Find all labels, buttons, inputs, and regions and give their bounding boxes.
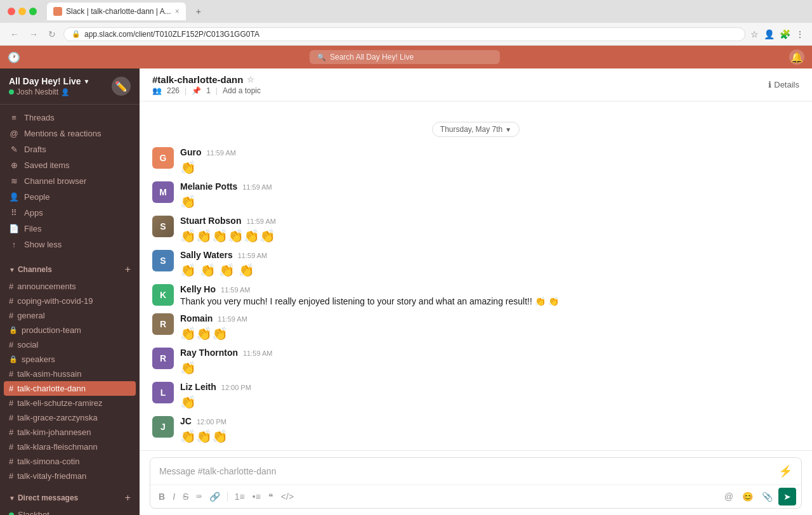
message-header-kelly: Kelly Ho 11:59 AM [180,284,799,294]
toolbar-list-unordered[interactable]: •≡ [249,489,264,504]
dm-label: Direct messages [18,493,78,502]
toolbar-code-block[interactable]: </> [278,489,297,504]
date-badge[interactable]: Thursday, May 7th ▼ [432,122,520,137]
channel-title: #talk-charlotte-dann ☆ [152,74,261,85]
channel-item-coping[interactable]: # coping-with-covid-19 [0,294,140,308]
address-text: app.slack.com/client/T010ZLF152P/C013G1G… [84,30,259,39]
message-placeholder: Message #talk-charlotte-dann [159,466,276,476]
channel-item-social[interactable]: # social [0,337,140,352]
bookmark-button[interactable]: ☆ [750,29,759,39]
nav-refresh-button[interactable]: ↻ [46,28,58,41]
send-button[interactable]: ➤ [778,488,796,505]
channel-item-talk-asim[interactable]: # talk-asim-hussain [0,367,140,381]
dot-yellow[interactable] [18,8,26,15]
channels-toggle-icon: ▼ [9,266,15,273]
channel-item-talk-vitaly[interactable]: # talk-vitaly-friedman [0,469,140,483]
message-time-romain: 11:59 AM [218,315,247,323]
avatar-romain: R [152,313,174,335]
profile-button[interactable]: 👤 [764,29,775,39]
menu-button[interactable]: ⋮ [796,29,804,39]
browser-tab[interactable]: Slack | talk-charlotte-dann | A... × [47,3,186,20]
channel-name-announcements: announcements [17,282,76,291]
workspace-chevron-icon: ▼ [84,78,90,85]
channel-name-talk-charlotte: talk-charlotte-dann [17,384,86,393]
dm-item-slackbot[interactable]: Slackbot [0,507,140,515]
input-lightning-icon[interactable]: ⚡ [778,464,792,478]
channel-item-talk-charlotte[interactable]: # talk-charlotte-dann [4,381,136,396]
tab-close-icon[interactable]: × [175,7,180,16]
slack-body: All Day Hey! Live ▼ Josh Nesbitt 👤 ✏️ ≡ … [0,68,812,515]
details-button[interactable]: ℹ Details [768,80,799,89]
channel-item-talk-eli[interactable]: # talk-eli-schutze-ramirez [0,396,140,410]
nav-back-button[interactable]: ← [8,28,22,41]
channel-name-talk-kim: talk-kim-johannesen [17,427,91,437]
message-author-liz: Liz Leith [180,382,216,392]
toolbar-at[interactable]: @ [721,489,737,504]
channel-item-talk-klara[interactable]: # talk-klara-fleischmann [0,440,140,454]
workspace-user: Josh Nesbitt 👤 [9,88,90,96]
message-text-stuart: 👏👏👏👏👏👏 [180,227,799,245]
sidebar-item-drafts[interactable]: ✎ Drafts [0,141,140,157]
message-input-field[interactable]: Message #talk-charlotte-dann ⚡ [150,458,801,485]
sidebar-item-mentions[interactable]: @ Mentions & reactions [0,126,140,141]
compose-button[interactable]: ✏️ [112,77,131,96]
channel-item-talk-simona[interactable]: # talk-simona-cotin [0,454,140,469]
toolbar-list-ordered[interactable]: 1≡ [232,489,248,504]
message-row-sally: S Sally Waters 11:59 AM 👏 👏 👏 👏 [152,250,799,279]
channel-item-announcements[interactable]: # announcements [0,279,140,294]
message-header-liz: Liz Leith 12:00 PM [180,382,799,392]
channel-item-production[interactable]: 🔒 production-team [0,323,140,337]
toolbar-bold[interactable]: B [155,489,168,504]
sidebar-item-people[interactable]: 👤 People [0,189,140,205]
sidebar-nav-label-people: People [24,192,49,202]
search-bar[interactable]: 🔍 Search All Day Hey! Live [310,50,500,64]
toolbar-attach[interactable]: 📎 [759,489,776,504]
dot-red[interactable] [8,8,15,15]
channel-item-talk-grace[interactable]: # talk-grace-zarczynska [0,410,140,425]
add-topic-button[interactable]: Add a topic [223,86,261,95]
sidebar-item-channel-browser[interactable]: ≋ Channel browser [0,173,140,189]
show-less-icon: ↑ [9,240,19,249]
toolbar-blockquote[interactable]: ❝ [265,489,277,504]
date-chevron-icon: ▼ [505,126,511,133]
channel-item-talk-kim[interactable]: # talk-kim-johannesen [0,425,140,440]
address-bar[interactable]: 🔒 app.slack.com/client/T010ZLF152P/C013G… [63,27,745,41]
message-text-ray: 👏 [180,359,799,377]
nav-forward-button[interactable]: → [27,28,41,41]
message-row-ray: R Ray Thornton 11:59 AM 👏 [152,348,799,377]
sidebar-item-threads[interactable]: ≡ Threads [0,110,140,126]
sidebar-item-apps[interactable]: ⠿ Apps [0,205,140,221]
channel-item-general[interactable]: # general [0,308,140,323]
star-icon[interactable]: ☆ [247,75,254,84]
add-channel-button[interactable]: + [125,264,131,275]
extension-button[interactable]: 🧩 [780,29,790,39]
toolbar-emoji[interactable]: 😊 [739,489,756,504]
dot-green[interactable] [29,8,37,15]
messages-area[interactable]: Thursday, May 7th ▼ G Guro 11:59 AM 👏 [140,101,812,450]
channels-section-header[interactable]: ▼ Channels + [0,260,140,279]
channel-item-speakers[interactable]: 🔒 speakers [0,352,140,367]
channels-section: ▼ Channels + # announcements # coping-wi… [0,258,140,486]
message-text-melanie: 👏 [180,193,799,211]
sidebar-nav-label-saved: Saved items [24,160,70,170]
toolbar-code[interactable]: ⌨ [193,489,204,504]
channel-header-left: #talk-charlotte-dann ☆ 👥 226 | 📌 1 | Add… [152,74,261,95]
sidebar-item-show-less[interactable]: ↑ Show less [0,237,140,252]
message-content-liz: Liz Leith 12:00 PM 👏 [180,382,799,411]
toolbar-strikethrough[interactable]: S [180,489,192,504]
toolbar-italic[interactable]: I [169,489,178,504]
sidebar-item-saved[interactable]: ⊕ Saved items [0,157,140,173]
sidebar-item-files[interactable]: 📄 Files [0,221,140,237]
browser-actions: ☆ 👤 🧩 ⋮ [750,29,804,39]
dm-section-header[interactable]: ▼ Direct messages + [0,488,140,507]
workspace-name[interactable]: All Day Hey! Live ▼ [9,76,90,86]
new-tab-button[interactable]: + [191,4,206,19]
slack-top-bar: 🕐 🔍 Search All Day Hey! Live 🔔 [0,46,812,68]
user-name: Josh Nesbitt [16,88,58,96]
sidebar-nav-label-channel-browser: Channel browser [24,176,86,186]
dm-section-title: ▼ Direct messages [9,493,78,502]
channel-name-talk-klara: talk-klara-fleischmann [17,442,97,452]
bell-icon[interactable]: 🔔 [789,49,804,65]
toolbar-link[interactable]: 🔗 [206,489,223,504]
add-dm-button[interactable]: + [125,492,131,504]
